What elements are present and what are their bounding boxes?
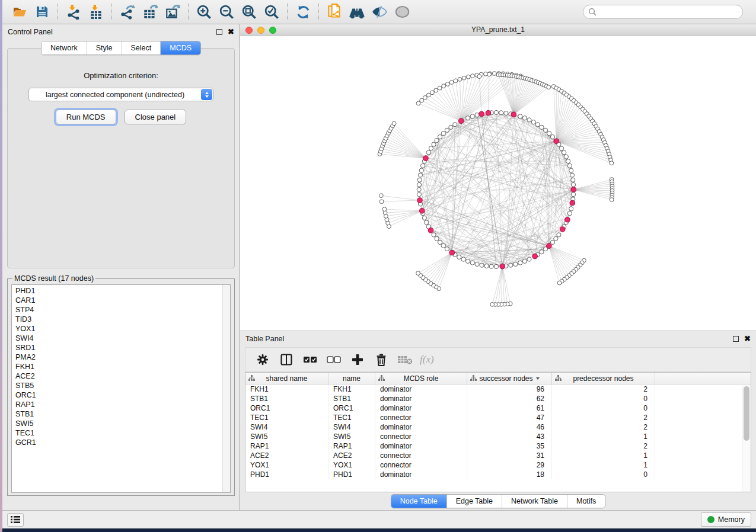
tab-node-table[interactable]: Node Table xyxy=(391,495,447,508)
table-cell[interactable]: connector xyxy=(375,432,467,441)
mcds-node-item[interactable]: CAR1 xyxy=(15,296,230,305)
table-cell[interactable]: 96 xyxy=(467,384,552,394)
column-header-shared-name[interactable]: shared name xyxy=(245,373,328,384)
table-row[interactable]: ORC1ORC1dominator610 xyxy=(245,403,751,413)
table-cell[interactable]: dominator xyxy=(375,403,467,413)
mcds-node-item[interactable]: STB5 xyxy=(15,381,230,390)
table-row[interactable]: PHD1PHD1dominator180 xyxy=(245,470,751,479)
table-row[interactable]: SWI4SWI4dominator462 xyxy=(245,422,751,432)
table-cell[interactable]: 18 xyxy=(467,470,552,479)
column-header-name[interactable]: name xyxy=(328,373,375,384)
table-cell[interactable]: FKH1 xyxy=(245,384,328,394)
birds-eye-view-button[interactable] xyxy=(392,2,412,21)
table-cell[interactable]: RAP1 xyxy=(328,441,375,451)
select-all-button[interactable] xyxy=(301,351,319,368)
table-cell[interactable]: dominator xyxy=(375,441,467,451)
mcds-node-item[interactable]: FKH1 xyxy=(15,362,230,371)
column-header-successor-nodes[interactable]: successor nodes xyxy=(467,373,552,384)
table-cell[interactable]: ACE2 xyxy=(245,451,328,460)
mcds-node-item[interactable]: PHD1 xyxy=(15,286,230,296)
table-row[interactable]: RAP1RAP1dominator352 xyxy=(245,441,751,451)
split-panel-button[interactable] xyxy=(277,351,295,368)
table-cell[interactable]: PHD1 xyxy=(245,470,328,479)
float-table-panel-icon[interactable] xyxy=(733,336,739,342)
task-history-button[interactable] xyxy=(7,513,24,527)
table-cell[interactable]: FKH1 xyxy=(328,384,375,394)
table-row[interactable]: TEC1TEC1connector472 xyxy=(245,413,751,422)
table-cell[interactable]: 1 xyxy=(552,460,655,470)
apply-layout-button[interactable] xyxy=(293,2,313,21)
table-cell[interactable]: dominator xyxy=(375,470,467,479)
tab-motifs[interactable]: Motifs xyxy=(567,495,605,508)
close-window-icon[interactable] xyxy=(245,27,253,34)
table-cell[interactable]: 2 xyxy=(552,413,655,422)
table-cell[interactable]: 43 xyxy=(467,432,552,441)
table-row[interactable]: SWI5SWI5connector431 xyxy=(245,432,751,441)
network-canvas[interactable] xyxy=(240,36,756,331)
column-header-MCDS-role[interactable]: MCDS role xyxy=(375,373,467,384)
mcds-node-item[interactable]: ORC1 xyxy=(15,390,230,400)
tab-mcds[interactable]: MCDS xyxy=(161,41,200,55)
table-cell[interactable]: ORC1 xyxy=(245,403,328,413)
table-cell[interactable]: 1 xyxy=(552,451,655,460)
maximize-window-icon[interactable] xyxy=(269,27,276,34)
tab-network-table[interactable]: Network Table xyxy=(502,495,567,508)
table-cell[interactable]: SWI4 xyxy=(245,422,328,432)
table-cell[interactable]: dominator xyxy=(375,384,467,394)
mcds-node-item[interactable]: RAP1 xyxy=(15,400,230,409)
float-panel-icon[interactable] xyxy=(216,29,222,35)
table-cell[interactable]: YOX1 xyxy=(328,460,375,470)
table-cell[interactable]: YOX1 xyxy=(245,460,328,470)
column-header-predecessor-nodes[interactable]: predecessor nodes xyxy=(552,373,655,384)
import-table-button[interactable] xyxy=(86,2,106,21)
table-row[interactable]: STB1STB1dominator620 xyxy=(245,394,751,403)
close-panel-icon[interactable]: ✖ xyxy=(228,29,234,35)
table-scrollbar-thumb[interactable] xyxy=(744,386,749,441)
tab-select[interactable]: Select xyxy=(122,41,161,55)
table-row[interactable]: FKH1FKH1dominator962 xyxy=(245,384,751,394)
mcds-node-item[interactable]: STP4 xyxy=(15,305,230,315)
close-panel-button[interactable]: Close panel xyxy=(125,110,187,124)
import-network-button[interactable] xyxy=(63,2,84,21)
table-cell[interactable]: dominator xyxy=(375,394,467,403)
search-input[interactable] xyxy=(599,8,738,16)
table-cell[interactable]: 0 xyxy=(552,403,655,413)
table-cell[interactable]: TEC1 xyxy=(328,413,375,422)
mcds-node-item[interactable]: PMA2 xyxy=(15,352,230,362)
table-cell[interactable]: 35 xyxy=(467,441,552,451)
table-cell[interactable]: PHD1 xyxy=(328,470,375,479)
table-cell[interactable]: ORC1 xyxy=(328,403,375,413)
close-table-panel-icon[interactable]: ✖ xyxy=(744,336,751,342)
deselect-all-button[interactable] xyxy=(325,351,343,368)
tab-edge-table[interactable]: Edge Table xyxy=(447,495,502,508)
table-cell[interactable]: STB1 xyxy=(245,394,328,403)
mcds-node-item[interactable]: SWI5 xyxy=(15,419,230,428)
table-cell[interactable]: STB1 xyxy=(328,394,375,403)
export-image-button[interactable] xyxy=(162,2,183,21)
mcds-list-scrollbar[interactable] xyxy=(222,285,230,492)
table-cell[interactable]: 2 xyxy=(552,422,655,432)
table-settings-button[interactable] xyxy=(254,351,272,368)
mcds-node-item[interactable]: GCR1 xyxy=(15,438,230,447)
table-cell[interactable]: connector xyxy=(375,460,467,470)
graphics-details-button[interactable] xyxy=(369,2,390,21)
table-cell[interactable]: 61 xyxy=(467,403,552,413)
mcds-node-item[interactable]: ACE2 xyxy=(15,371,230,381)
table-cell[interactable]: 29 xyxy=(467,460,552,470)
table-cell[interactable]: 62 xyxy=(467,394,552,403)
open-session-button[interactable] xyxy=(9,2,30,21)
tab-network[interactable]: Network xyxy=(42,41,87,55)
mcds-node-item[interactable]: SWI4 xyxy=(15,334,230,343)
table-cell[interactable]: 2 xyxy=(552,384,655,394)
table-cell[interactable]: 47 xyxy=(467,413,552,422)
run-mcds-button[interactable]: Run MCDS xyxy=(56,110,116,124)
minimize-window-icon[interactable] xyxy=(257,27,264,34)
table-cell[interactable]: SWI4 xyxy=(328,422,375,432)
table-cell[interactable]: 0 xyxy=(552,470,655,479)
mcds-node-item[interactable]: TID3 xyxy=(15,315,230,324)
table-cell[interactable]: dominator xyxy=(375,422,467,432)
mcds-node-item[interactable]: TEC1 xyxy=(15,428,230,438)
table-cell[interactable]: 31 xyxy=(467,451,552,460)
tab-style[interactable]: Style xyxy=(87,41,122,55)
zoom-in-button[interactable] xyxy=(194,2,214,21)
